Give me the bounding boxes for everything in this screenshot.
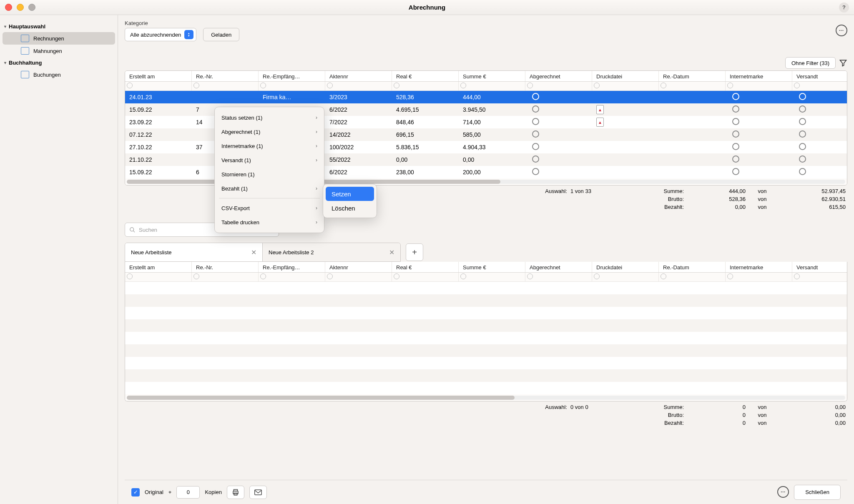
context-menu-item[interactable]: Versandt (1)› bbox=[215, 153, 324, 167]
svg-rect-4 bbox=[233, 491, 238, 494]
col-aktennr[interactable]: Aktennr bbox=[325, 71, 392, 81]
context-menu-item[interactable]: Internetmarke (1)› bbox=[215, 139, 324, 153]
table-row[interactable]: 23.09.22147/2022848,46714,00 bbox=[125, 116, 847, 128]
svg-rect-3 bbox=[234, 489, 237, 491]
context-menu: Status setzen (1)›Abgerechnet (1)›Intern… bbox=[214, 107, 324, 233]
table-row[interactable]: 07.12.2214/2022696,15585,00 bbox=[125, 128, 847, 141]
svg-point-1 bbox=[130, 227, 134, 231]
table-row[interactable]: 15.09.2266/2022238,00200,00 bbox=[125, 166, 847, 178]
loaded-button: Geladen bbox=[203, 28, 239, 41]
context-menu-item[interactable]: Status setzen (1)› bbox=[215, 110, 324, 125]
sidebar-group-buchhaltung[interactable]: ▾ Buchhaltung bbox=[0, 57, 118, 68]
original-label: Original bbox=[145, 489, 163, 495]
col-erstellt[interactable]: Erstellt am bbox=[125, 71, 192, 81]
context-menu-item[interactable]: CSV-Export› bbox=[215, 201, 324, 215]
col-druckdatei[interactable]: Druckdatei bbox=[592, 71, 659, 81]
svg-line-2 bbox=[133, 231, 135, 232]
close-window-button[interactable] bbox=[5, 4, 12, 11]
close-button[interactable]: Schließen bbox=[794, 485, 841, 500]
submenu-item[interactable]: Löschen bbox=[326, 201, 374, 215]
main-content: Kategorie Alle abzurechnenden ▴▾ Geladen bbox=[118, 15, 854, 504]
window-title: Abrechnung bbox=[409, 4, 445, 11]
more-footer-button[interactable] bbox=[777, 486, 789, 498]
reminder-icon bbox=[21, 47, 29, 55]
toolbar: Kategorie Alle abzurechnenden ▴▾ Geladen bbox=[125, 20, 847, 41]
chevron-down-icon: ▾ bbox=[4, 24, 6, 29]
copies-label: Kopien bbox=[205, 489, 221, 495]
sidebar: ▾ Hauptauswahl Rechnungen Mahnungen ▾ Bu… bbox=[0, 15, 118, 504]
original-checkbox[interactable]: ✓ bbox=[131, 488, 140, 496]
tab-worklist-2[interactable]: Neue Arbeitsliste 2 ✕ bbox=[263, 243, 400, 261]
select-arrows-icon: ▴▾ bbox=[184, 30, 193, 39]
category-select-value: Alle abzurechnenden bbox=[130, 32, 181, 38]
col-redatum[interactable]: Re.-Datum bbox=[659, 71, 726, 81]
table-body: 24.01.23Firma ka…3/2023528,36444,0015.09… bbox=[125, 91, 847, 178]
chevron-down-icon: ▾ bbox=[4, 60, 6, 65]
submenu-item[interactable]: Setzen bbox=[326, 187, 374, 201]
pdf-icon bbox=[596, 105, 604, 114]
svg-rect-5 bbox=[234, 493, 237, 495]
search-placeholder: Suchen bbox=[139, 227, 157, 233]
search-icon bbox=[129, 227, 136, 233]
table-row[interactable]: 24.01.23Firma ka…3/2023528,36444,00 bbox=[125, 91, 847, 103]
context-submenu: SetzenLöschen bbox=[323, 184, 377, 218]
filter-status-button[interactable]: Ohne Filter (33) bbox=[785, 57, 836, 69]
pdf-icon bbox=[596, 118, 604, 127]
table-header-row: Erstellt am Re.-Nr. Re.-Empfäng… Aktennr… bbox=[125, 71, 847, 82]
empty-table-body bbox=[125, 282, 847, 394]
minimize-window-button[interactable] bbox=[17, 4, 24, 11]
col-internetmarke[interactable]: Internetmarke bbox=[726, 71, 792, 81]
sidebar-item-label: Rechnungen bbox=[33, 35, 64, 42]
more-actions-button[interactable] bbox=[836, 25, 847, 36]
sidebar-group-label: Buchhaltung bbox=[9, 60, 42, 66]
help-button[interactable]: ? bbox=[839, 3, 849, 13]
context-menu-item[interactable]: Tabelle drucken› bbox=[215, 215, 324, 229]
summary-bottom: Auswahl:0 von 0Summe:0von0,00Brutto:0von… bbox=[125, 404, 847, 426]
context-menu-item[interactable]: Stornieren (1) bbox=[215, 167, 324, 181]
print-button[interactable] bbox=[227, 486, 244, 499]
context-menu-item[interactable]: Abgerechnet (1)› bbox=[215, 125, 324, 139]
sidebar-item-mahnungen[interactable]: Mahnungen bbox=[0, 45, 118, 57]
context-menu-item[interactable]: Bezahlt (1)› bbox=[215, 181, 324, 196]
table-filter-row bbox=[125, 82, 847, 91]
filter-icon[interactable] bbox=[839, 59, 847, 67]
table-filter-row bbox=[125, 273, 847, 282]
invoices-table: Erstellt am Re.-Nr. Re.-Empfäng… Aktennr… bbox=[125, 70, 847, 186]
mail-button[interactable] bbox=[249, 486, 267, 499]
close-tab-icon[interactable]: ✕ bbox=[251, 248, 256, 256]
col-abgerechnet[interactable]: Abgerechnet bbox=[525, 71, 592, 81]
sidebar-item-rechnungen[interactable]: Rechnungen bbox=[3, 32, 115, 45]
window-controls bbox=[5, 4, 35, 11]
sidebar-group-label: Hauptauswahl bbox=[9, 23, 45, 30]
svg-rect-6 bbox=[255, 490, 262, 495]
horizontal-scrollbar[interactable] bbox=[125, 394, 847, 401]
tab-worklist-1[interactable]: Neue Arbeitsliste ✕ bbox=[125, 243, 263, 261]
sidebar-item-label: Buchungen bbox=[33, 72, 61, 78]
sidebar-item-buchungen[interactable]: Buchungen bbox=[0, 68, 118, 81]
table-row[interactable]: 15.09.2276/20224.695,153.945,50 bbox=[125, 103, 847, 116]
table-row[interactable]: 21.10.2255/20220,000,00 bbox=[125, 153, 847, 166]
footer-bar: ✓ Original + Kopien Schließen bbox=[125, 480, 847, 504]
add-tab-button[interactable]: + bbox=[406, 243, 423, 261]
col-summe[interactable]: Summe € bbox=[459, 71, 525, 81]
sidebar-group-hauptauswahl[interactable]: ▾ Hauptauswahl bbox=[0, 21, 118, 32]
summary-top: Auswahl:1 von 33Summe:444,00von52.937,45… bbox=[125, 188, 847, 210]
horizontal-scrollbar[interactable] bbox=[125, 178, 847, 185]
titlebar: Abrechnung ? bbox=[0, 0, 854, 15]
sidebar-item-label: Mahnungen bbox=[33, 48, 62, 54]
table-row[interactable]: 27.10.2237100/20225.836,154.904,33 bbox=[125, 141, 847, 153]
col-renr[interactable]: Re.-Nr. bbox=[192, 71, 259, 81]
col-versandt[interactable]: Versandt bbox=[792, 71, 847, 81]
category-label: Kategorie bbox=[125, 20, 196, 26]
col-empf[interactable]: Re.-Empfäng… bbox=[259, 71, 325, 81]
plus-label: + bbox=[168, 489, 172, 495]
search-input[interactable]: Suchen bbox=[125, 223, 279, 237]
worklist-table: Erstellt am Re.-Nr. Re.-Empfäng… Aktennr… bbox=[125, 262, 847, 401]
category-select[interactable]: Alle abzurechnenden ▴▾ bbox=[125, 28, 196, 41]
maximize-window-button[interactable] bbox=[28, 4, 35, 11]
col-real[interactable]: Real € bbox=[392, 71, 459, 81]
copies-input[interactable] bbox=[176, 486, 200, 499]
bookings-icon bbox=[21, 71, 29, 78]
close-tab-icon[interactable]: ✕ bbox=[389, 248, 394, 256]
invoice-icon bbox=[21, 35, 29, 42]
